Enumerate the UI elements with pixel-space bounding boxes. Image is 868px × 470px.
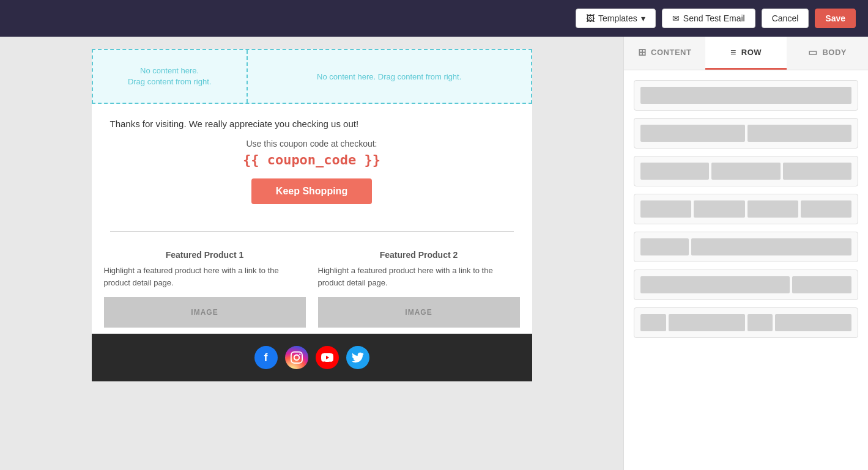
lo-block-2 [669,314,745,331]
lo-block-3 [747,314,773,331]
featured2-desc: Highlight a featured product here with a… [318,265,520,288]
canvas-area[interactable]: No content here. Drag content from right… [0,37,623,470]
coupon-code: {{ coupon_code }} [110,152,514,167]
layout-preview-3col [640,163,851,180]
layout-option-1col[interactable] [634,80,858,111]
layout-preview-mixed [640,314,851,331]
email-container: No content here. Drag content from right… [92,49,532,381]
layout-option-4col[interactable] [634,194,858,224]
featured-product-2: Featured Product 2 Highlight a featured … [318,250,520,328]
lo-block-2 [711,163,780,180]
lo-block-wide [640,276,790,293]
lo-block-1 [640,163,709,180]
layout-option-3col[interactable] [634,156,858,186]
featured1-title: Featured Product 1 [104,250,306,260]
featured-product-1: Featured Product 1 Highlight a featured … [104,250,306,328]
social-footer: f [92,334,532,381]
drag-left-text: No content here. Drag content from right… [128,65,212,87]
layout-preview-1col [640,87,851,104]
send-test-label: Send Test Email [683,13,745,23]
save-label: Save [825,13,845,23]
cancel-button[interactable]: Cancel [762,9,809,28]
lo-block-wide [691,238,851,255]
content-tab-label: CONTENT [651,48,691,57]
featured1-image: IMAGE [104,297,306,328]
lo-block-4 [801,200,851,218]
drag-cell-right[interactable]: No content here. Drag content from right… [248,50,531,103]
featured2-title: Featured Product 2 [318,250,520,260]
drag-cell-left[interactable]: No content here. Drag content from right… [93,50,248,103]
save-button[interactable]: Save [815,9,856,28]
lo-block-1 [640,200,691,218]
send-test-email-button[interactable]: ✉ Send Test Email [662,9,755,28]
tab-content[interactable]: ⊞ CONTENT [624,37,705,70]
lo-block-2 [747,125,852,142]
lo-block-4 [775,314,851,331]
layout-preview-wide-narrow [640,276,851,293]
tab-body[interactable]: ▭ BODY [787,37,868,70]
twitter-icon[interactable] [346,346,369,369]
topbar: 🖼 Templates ▾ ✉ Send Test Email Cancel S… [0,0,868,37]
facebook-icon[interactable]: f [254,346,278,369]
lo-block-3 [783,163,851,180]
image-icon: 🖼 [586,13,595,23]
youtube-icon[interactable] [316,346,339,369]
layout-preview-2col [640,125,851,142]
email-icon: ✉ [672,13,680,23]
layout-option-sidebar-right[interactable] [634,232,858,262]
lo-block-1 [640,125,745,142]
lo-block-narrow [792,276,851,293]
thanks-text: Thanks for visiting. We really appreciat… [110,119,514,129]
templates-label: Templates [598,13,637,23]
keep-shopping-button[interactable]: Keep Shopping [251,178,372,204]
layout-option-2col[interactable] [634,118,858,149]
cancel-label: Cancel [772,13,799,23]
main-layout: No content here. Drag content from right… [0,37,868,470]
panel-tabs: ⊞ CONTENT ≡ ROW ▭ BODY [624,37,868,70]
row-icon: ≡ [730,47,736,58]
divider [110,231,514,232]
featured1-desc: Highlight a featured product here with a… [104,265,306,288]
tab-row[interactable]: ≡ ROW [705,37,787,70]
lo-block-3 [747,200,798,218]
lo-block-narrow [640,238,689,255]
chevron-down-icon: ▾ [641,13,645,23]
layout-preview-sidebar-right [640,238,851,255]
layout-preview-4col [640,200,851,218]
body-tab-label: BODY [822,48,847,57]
instagram-icon[interactable] [285,346,308,369]
lo-block-1 [640,314,666,331]
content-grid-icon: ⊞ [638,46,647,58]
row-tab-label: ROW [741,48,762,57]
featured-products-row: Featured Product 1 Highlight a featured … [92,244,532,328]
body-icon: ▭ [808,46,818,58]
lo-block-2 [694,200,744,218]
panel-content[interactable] [624,70,868,470]
right-panel: ⊞ CONTENT ≡ ROW ▭ BODY [623,37,868,470]
templates-button[interactable]: 🖼 Templates ▾ [576,9,656,28]
coupon-label: Use this coupon code at checkout: [110,139,514,149]
drag-right-text: No content here. Drag content from right… [317,72,461,81]
coupon-section: Thanks for visiting. We really appreciat… [92,104,532,219]
layout-option-mixed[interactable] [634,307,858,338]
layout-option-wide-narrow[interactable] [634,270,858,300]
featured2-image: IMAGE [318,297,520,328]
drag-zone-row[interactable]: No content here. Drag content from right… [92,49,532,104]
